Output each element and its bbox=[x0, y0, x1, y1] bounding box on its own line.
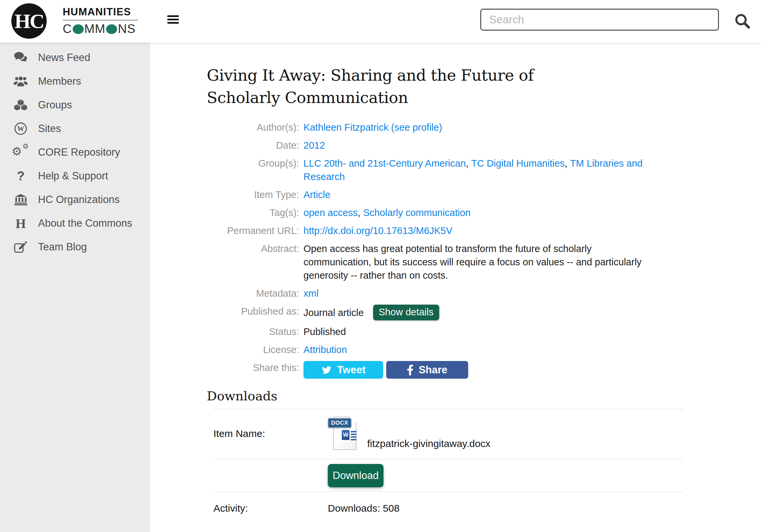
author-link[interactable]: Kathleen Fitzpatrick (see profile) bbox=[303, 122, 442, 133]
sidebar-item-groups[interactable]: Groups bbox=[0, 93, 150, 117]
file-name: fitzpatrick-givingitaway.docx bbox=[367, 438, 491, 451]
sidebar: News Feed Members bbox=[0, 43, 150, 532]
wordpress-icon: W bbox=[12, 122, 29, 135]
question-icon: ? bbox=[12, 169, 29, 183]
item-name-row: Item Name: W DOCX fitzpatrick-givingitaw… bbox=[207, 409, 695, 459]
tweet-button[interactable]: Tweet bbox=[303, 361, 383, 379]
menu-hamburger-icon[interactable] bbox=[167, 15, 179, 24]
downloads-section: Downloads Item Name: W DOCX fitzpat bbox=[207, 389, 695, 517]
site-logo[interactable]: HUMANITIES C MM NS bbox=[63, 6, 138, 36]
facebook-share-button[interactable]: Share bbox=[386, 361, 468, 379]
share-label: Share bbox=[419, 364, 447, 376]
group-link[interactable]: LLC 20th- and 21st-Century American bbox=[303, 158, 466, 169]
sidebar-item-label: News Feed bbox=[38, 52, 90, 64]
tweet-label: Tweet bbox=[337, 364, 366, 376]
search-button[interactable] bbox=[732, 11, 752, 31]
main-content: Giving It Away: Sharing and the Future o… bbox=[150, 43, 761, 532]
logo-divider bbox=[63, 20, 138, 21]
sidebar-item-label: Help & Support bbox=[38, 170, 108, 182]
meta-row-status: Status: Published bbox=[207, 325, 761, 338]
app-header: HC HUMANITIES C MM NS bbox=[0, 0, 761, 43]
logo-commons-ns: NS bbox=[118, 22, 135, 36]
search-icon bbox=[733, 12, 752, 30]
meta-label: Item Type: bbox=[207, 188, 299, 201]
activity-value: Downloads: 508 bbox=[328, 503, 400, 514]
license-link[interactable]: Attribution bbox=[303, 344, 347, 355]
sidebar-item-label: Team Blog bbox=[38, 241, 87, 253]
page-title: Giving It Away: Sharing and the Future o… bbox=[207, 64, 604, 109]
file-type-badge: DOCX bbox=[328, 418, 351, 428]
meta-row-permanent-url: Permanent URL: http://dx.doi.org/10.1761… bbox=[207, 224, 761, 237]
meta-label: Permanent URL: bbox=[207, 224, 299, 237]
meta-label: Status: bbox=[207, 325, 299, 338]
meta-row-groups: Group(s): LLC 20th- and 21st-Century Ame… bbox=[207, 157, 761, 183]
sidebar-item-news-feed[interactable]: News Feed bbox=[0, 46, 150, 69]
logo-humanities: HUMANITIES bbox=[63, 6, 138, 18]
gears-icon: ⚙ ⚙ bbox=[12, 145, 29, 160]
speech-bubble-icon bbox=[106, 24, 117, 34]
meta-row-abstract: Abstract: Open access has great potentia… bbox=[207, 242, 761, 282]
sidebar-item-sites[interactable]: W Sites bbox=[0, 117, 150, 140]
metadata-xml-link[interactable]: xml bbox=[303, 288, 318, 299]
activity-label: Activity: bbox=[213, 503, 328, 514]
letter-h-icon: H bbox=[12, 216, 29, 231]
sidebar-item-label: CORE Repository bbox=[38, 146, 120, 158]
meta-row-item-type: Item Type: Article bbox=[207, 188, 761, 201]
sidebar-item-team-blog[interactable]: Team Blog bbox=[0, 235, 150, 259]
group-link[interactable]: TC Digital Humanities bbox=[471, 158, 565, 169]
word-logo: W bbox=[342, 430, 359, 440]
svg-text:W: W bbox=[17, 125, 24, 133]
docx-file-icon[interactable]: W DOCX bbox=[328, 416, 358, 451]
bank-icon bbox=[12, 194, 29, 205]
speech-bubble-icon bbox=[73, 24, 84, 34]
sidebar-item-about-the-commons[interactable]: H About the Commons bbox=[0, 211, 150, 235]
meta-row-metadata: Metadata: xml bbox=[207, 287, 761, 300]
twitter-icon bbox=[321, 365, 332, 375]
meta-label: License: bbox=[207, 343, 299, 356]
sidebar-item-label: About the Commons bbox=[38, 217, 132, 229]
meta-label: Author(s): bbox=[207, 121, 299, 134]
sidebar-item-label: Sites bbox=[38, 123, 61, 135]
separator: , bbox=[466, 158, 469, 169]
logo-commons: C MM NS bbox=[63, 22, 138, 36]
separator: , bbox=[358, 207, 360, 218]
sidebar-item-label: Members bbox=[38, 75, 81, 87]
tag-link[interactable]: open access bbox=[303, 207, 358, 218]
meta-row-tags: Tag(s): open access,Scholarly communicat… bbox=[207, 206, 761, 219]
meta-label: Abstract: bbox=[207, 242, 299, 282]
abstract-text: Open access has great potential to trans… bbox=[303, 242, 657, 282]
users-icon bbox=[12, 76, 29, 87]
logo-commons-c: C bbox=[63, 22, 72, 36]
meta-label: Share this: bbox=[207, 361, 299, 379]
meta-row-date: Date: 2012 bbox=[207, 139, 761, 152]
word-w: W bbox=[342, 430, 349, 440]
separator: , bbox=[565, 158, 567, 169]
meta-label: Group(s): bbox=[207, 157, 299, 183]
sidebar-item-hc-organizations[interactable]: HC Organizations bbox=[0, 188, 150, 211]
search-input[interactable] bbox=[480, 9, 719, 31]
meta-row-license: License: Attribution bbox=[207, 343, 761, 356]
permanent-url-link[interactable]: http://dx.doi.org/10.17613/M6JK5V bbox=[303, 225, 453, 236]
tag-link[interactable]: Scholarly communication bbox=[363, 207, 471, 218]
meta-row-author: Author(s): Kathleen Fitzpatrick (see pro… bbox=[207, 121, 761, 134]
meta-row-share: Share this: Tweet S bbox=[207, 361, 761, 379]
download-button[interactable]: Download bbox=[328, 464, 384, 487]
activity-row: Activity: Downloads: 508 bbox=[207, 492, 695, 517]
meta-label: Tag(s): bbox=[207, 206, 299, 219]
item-type-link[interactable]: Article bbox=[303, 189, 330, 200]
published-as-value: Journal article bbox=[303, 306, 364, 319]
humanities-commons-page: HC HUMANITIES C MM NS bbox=[0, 0, 761, 532]
meta-label: Date: bbox=[207, 139, 299, 152]
date-link[interactable]: 2012 bbox=[303, 140, 325, 151]
download-row: Download bbox=[207, 459, 695, 491]
item-metadata: Author(s): Kathleen Fitzpatrick (see pro… bbox=[207, 121, 761, 379]
meta-row-published-as: Published as: Journal article Show detai… bbox=[207, 305, 761, 320]
hc-logo-badge[interactable]: HC bbox=[11, 3, 47, 39]
meta-label: Published as: bbox=[207, 305, 299, 320]
sidebar-item-core-repository[interactable]: ⚙ ⚙ CORE Repository bbox=[0, 140, 150, 164]
edit-icon bbox=[12, 241, 29, 253]
sidebar-item-members[interactable]: Members bbox=[0, 69, 150, 93]
show-details-button[interactable]: Show details bbox=[373, 305, 439, 320]
item-name-label: Item Name: bbox=[213, 416, 328, 451]
sidebar-item-help-support[interactable]: ? Help & Support bbox=[0, 164, 150, 188]
